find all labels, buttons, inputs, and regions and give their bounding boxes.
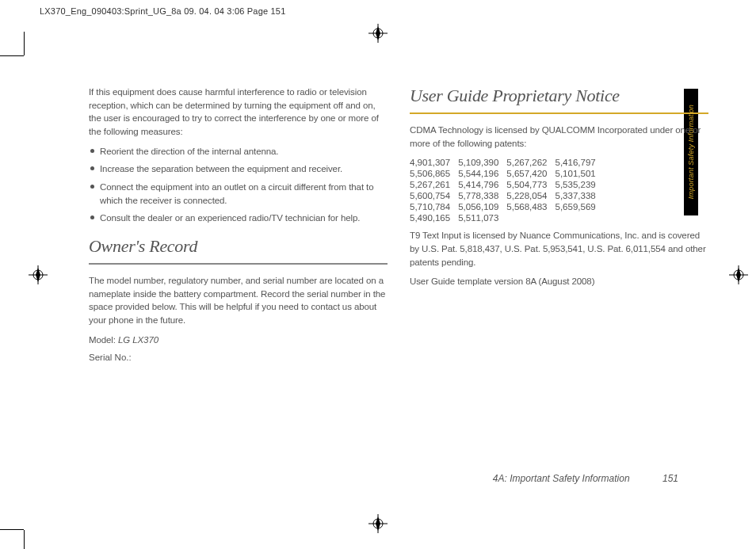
patent-cell <box>506 213 547 223</box>
model-line: Model: LG LX370 <box>89 334 388 347</box>
model-label: Model: <box>89 335 118 345</box>
model-value: LG LX370 <box>118 335 158 345</box>
table-row: 5,600,754 5,778,338 5,228,054 5,337,338 <box>410 191 596 200</box>
patent-cell: 5,337,338 <box>556 191 596 200</box>
registration-mark <box>368 24 388 43</box>
patent-cell: 5,267,261 <box>410 180 450 189</box>
patent-cell: 5,056,109 <box>458 202 498 212</box>
footer-section: 4A: Important Safety Information <box>493 473 630 484</box>
registration-mark <box>29 265 48 284</box>
crop-mark <box>24 32 25 55</box>
table-row: 5,267,261 5,414,796 5,504,773 5,535,239 <box>410 180 596 189</box>
registration-mark <box>729 265 748 284</box>
page-slug: LX370_Eng_090403:Sprint_UG_8a 09. 04. 04… <box>40 6 286 16</box>
patent-cell: 5,504,773 <box>506 180 547 189</box>
patent-cell: 4,901,307 <box>410 158 450 167</box>
interference-intro: If this equipment does cause harmful int… <box>89 86 388 139</box>
registration-mark <box>368 514 388 533</box>
page-number: 151 <box>662 473 678 484</box>
patent-cell: 5,109,390 <box>458 158 498 167</box>
patent-cell: 5,657,420 <box>506 169 547 178</box>
owners-record-heading: Owner's Record <box>89 236 388 257</box>
measures-list: Reorient the direction of the internal a… <box>89 145 388 225</box>
proprietary-heading: User Guide Proprietary Notice <box>410 86 708 106</box>
table-row: 5,710,784 5,056,109 5,568,483 5,659,569 <box>410 202 596 212</box>
heading-rule <box>410 112 708 114</box>
patent-cell: 5,416,797 <box>556 158 596 167</box>
crop-mark <box>24 530 25 549</box>
patent-cell: 5,267,262 <box>506 158 547 167</box>
patent-table: 4,901,307 5,109,390 5,267,262 5,416,797 … <box>402 156 604 224</box>
serial-line: Serial No.: <box>89 353 388 362</box>
list-item: Connect the equipment into an outlet on … <box>89 181 388 207</box>
patent-cell: 5,228,054 <box>506 191 547 200</box>
list-item: Consult the dealer or an experienced rad… <box>89 212 388 225</box>
patent-cell: 5,568,483 <box>506 202 547 212</box>
patent-cell: 5,710,784 <box>410 202 450 212</box>
patent-cell <box>556 213 596 223</box>
list-item: Increase the separation between the equi… <box>89 162 388 176</box>
patent-cell: 5,659,569 <box>556 202 596 212</box>
patent-cell: 5,101,501 <box>556 169 596 178</box>
table-row: 5,490,165 5,511,073 <box>410 213 596 223</box>
left-column: If this equipment does cause harmful int… <box>89 86 388 372</box>
patent-cell: 5,506,865 <box>410 169 450 178</box>
owners-record-body: The model number, regulatory number, and… <box>89 274 388 327</box>
patent-cell: 5,414,796 <box>458 180 498 189</box>
patent-cell: 5,778,338 <box>458 191 498 200</box>
table-row: 5,506,865 5,544,196 5,657,420 5,101,501 <box>410 169 596 178</box>
patent-cell: 5,600,754 <box>410 191 450 200</box>
right-column: User Guide Proprietary Notice CDMA Techn… <box>410 86 708 372</box>
page-content: If this equipment does cause harmful int… <box>89 86 708 372</box>
crop-mark <box>0 529 24 530</box>
patent-cell: 5,544,196 <box>458 169 498 178</box>
patent-cell: 5,535,239 <box>556 180 596 189</box>
t9-paragraph: T9 Text Input is licensed by Nuance Comm… <box>410 229 708 269</box>
table-row: 4,901,307 5,109,390 5,267,262 5,416,797 <box>410 158 596 167</box>
list-item: Reorient the direction of the internal a… <box>89 145 388 158</box>
crop-mark <box>0 55 24 56</box>
patent-cell: 5,490,165 <box>410 213 450 223</box>
page-footer: 4A: Important Safety Information 151 <box>493 473 678 484</box>
cdma-intro: CDMA Technology is licensed by QUALCOMM … <box>410 124 708 150</box>
patent-cell: 5,511,073 <box>458 213 498 223</box>
heading-rule <box>89 263 388 265</box>
template-version: User Guide template version 8A (August 2… <box>410 275 708 288</box>
